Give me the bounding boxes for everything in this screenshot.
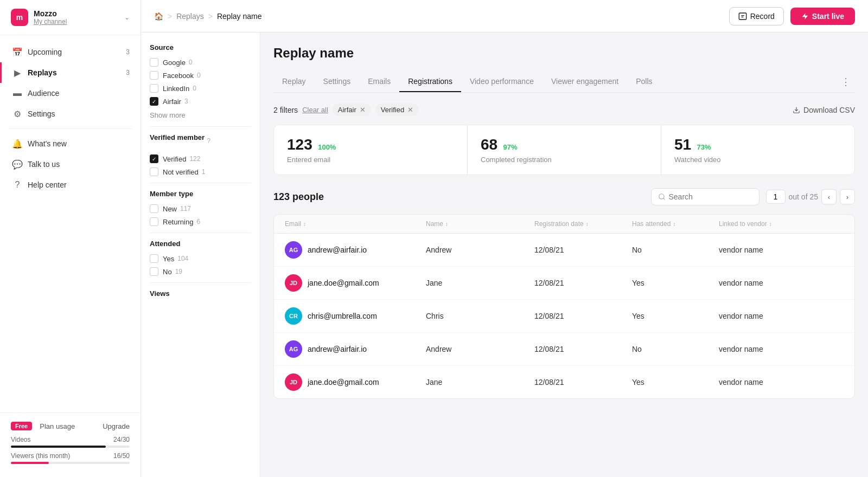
table-row[interactable]: JDjane.doe@gmail.comJane12/08/21Yesvendo… (274, 267, 854, 300)
registrations-table: Email ↕ Name ↕ Registration date ↕ Has (273, 214, 855, 399)
tab-video-performance[interactable]: Video performance (461, 72, 542, 92)
filter-option[interactable]: Yes 104 (150, 254, 251, 263)
tab-registrations[interactable]: Registrations (399, 72, 461, 92)
sidebar-label-replays: Replays (28, 68, 57, 77)
stat-label-3: Watched video (674, 156, 841, 164)
upgrade-button[interactable]: Upgrade (103, 422, 130, 430)
email-text: jane.doe@gmail.com (308, 279, 379, 287)
filters-bar: 2 filters Clear all Airfair ✕ Verified ✕ (273, 104, 855, 116)
filter-option-label: Not verified 1 (163, 168, 251, 176)
sidebar-item-replays[interactable]: ▶ Replays 3 (0, 62, 141, 83)
sidebar-item-help-center[interactable]: ? Help center (0, 175, 141, 195)
start-live-button[interactable]: Start live (790, 8, 855, 25)
record-button[interactable]: Record (729, 7, 784, 25)
filter-option[interactable]: No 19 (150, 267, 251, 276)
sidebar-item-upcoming[interactable]: 📅 Upcoming 3 (0, 42, 141, 62)
checkbox[interactable] (150, 71, 158, 80)
table-row[interactable]: CRchris@umbrella.comChris12/08/21Yesvend… (274, 300, 854, 333)
sidebar-item-whats-new[interactable]: 🔔 What's new (0, 133, 141, 154)
tab-polls[interactable]: Polls (627, 72, 661, 92)
filter-option-count: 19 (175, 268, 182, 275)
show-more-button[interactable]: Show more (150, 111, 186, 119)
videos-usage-label: Videos 24/30 (11, 436, 130, 443)
page-prev-button[interactable]: ‹ (821, 189, 837, 204)
checkbox[interactable] (150, 254, 158, 263)
stat-completed-reg: 68 97% Completed registration (468, 125, 661, 175)
channel-link[interactable]: My channel (34, 18, 67, 25)
breadcrumb-sep-1: > (168, 12, 172, 21)
videos-usage-bar (11, 446, 130, 448)
filter-option[interactable]: Verified 122 (150, 154, 251, 163)
sidebar-label-talk-to-us: Talk to us (28, 160, 60, 169)
page-next-button[interactable]: › (840, 189, 855, 204)
tab-settings[interactable]: Settings (315, 72, 360, 92)
sidebar: m Mozzo My channel ⌄ 📅 Upcoming 3 ▶ Repl… (0, 0, 141, 477)
checkbox[interactable] (150, 58, 158, 67)
col-name[interactable]: Name ↕ (426, 220, 534, 228)
checkbox[interactable] (150, 267, 158, 276)
table-row[interactable]: AGandrew@airfair.ioAndrew12/08/21Novendo… (274, 234, 854, 267)
topbar-actions: Record Start live (729, 7, 855, 25)
filter-option[interactable]: Facebook 0 (150, 71, 251, 80)
filter-option-label: Yes 104 (163, 255, 251, 263)
col-attended[interactable]: Has attended ↕ (632, 220, 719, 228)
cell-email: JDjane.doe@gmail.com (285, 373, 426, 391)
filter-option[interactable]: LinkedIn 0 (150, 84, 251, 93)
filter-option[interactable]: Returning 6 (150, 217, 251, 226)
checkbox[interactable] (150, 154, 158, 163)
col-email[interactable]: Email ↕ (285, 220, 426, 228)
checkbox[interactable] (150, 204, 158, 213)
filter-option-count: 0 (189, 59, 193, 66)
verified-help-icon[interactable]: ? (207, 137, 210, 145)
body-container: Source Google 0Facebook 0LinkedIn 0Airfa… (141, 33, 868, 477)
tabs-more-icon[interactable]: ⋮ (837, 76, 855, 88)
settings-icon: ⚙ (12, 109, 22, 119)
topbar: 🏠 > Replays > Replay name Record Start l… (141, 0, 868, 33)
filter-option[interactable]: Not verified 1 (150, 167, 251, 176)
clear-all-button[interactable]: Clear all (302, 106, 328, 114)
search-input[interactable] (669, 192, 745, 201)
filter-chip-verified-remove[interactable]: ✕ (407, 106, 413, 114)
filter-option-count: 104 (177, 255, 188, 262)
filter-option-count: 122 (189, 155, 200, 163)
filter-option-label: LinkedIn 0 (163, 85, 251, 93)
checkbox[interactable] (150, 217, 158, 226)
sidebar-item-settings[interactable]: ⚙ Settings (0, 104, 141, 124)
replays-badge: 3 (126, 69, 130, 76)
filter-option[interactable]: Airfair 3 (150, 97, 251, 106)
sort-icon-attended: ↕ (673, 221, 675, 227)
breadcrumb-replays[interactable]: Replays (176, 12, 204, 21)
table-row[interactable]: JDjane.doe@gmail.comJane12/08/21Yesvendo… (274, 366, 854, 398)
plan-usage-section: Free Plan usage Upgrade Videos 24/30 Vie… (0, 412, 141, 477)
tab-replay[interactable]: Replay (273, 72, 315, 92)
sidebar-label-whats-new: What's new (28, 139, 67, 148)
filter-option[interactable]: New 117 (150, 204, 251, 213)
filter-option-label: Google 0 (163, 59, 251, 67)
checkbox[interactable] (150, 167, 158, 176)
filter-option-count: 3 (184, 98, 188, 105)
checkbox[interactable] (150, 84, 158, 93)
download-csv-button[interactable]: Download CSV (793, 106, 855, 114)
table-row[interactable]: AGandrew@airfair.ioAndrew12/08/21Novendo… (274, 333, 854, 366)
sort-icon-email: ↕ (303, 221, 306, 227)
col-vendor[interactable]: Linked to vendor ↕ (719, 220, 844, 228)
tab-viewer-engagement[interactable]: Viewer engagement (542, 72, 627, 92)
content-inner: Replay name Replay Settings Emails Regis… (260, 33, 868, 477)
chevron-down-icon[interactable]: ⌄ (124, 14, 130, 21)
avatar: AG (285, 241, 302, 259)
source-title: Source (150, 43, 251, 51)
checkbox[interactable] (150, 97, 158, 106)
sidebar-item-talk-to-us[interactable]: 💬 Talk to us (0, 154, 141, 175)
cell-reg-date: 12/08/21 (534, 246, 632, 254)
home-icon[interactable]: 🏠 (154, 12, 163, 21)
search-box[interactable] (651, 188, 760, 205)
sidebar-item-audience[interactable]: ▬ Audience (0, 83, 141, 104)
record-icon (738, 12, 747, 21)
filter-option[interactable]: Google 0 (150, 58, 251, 67)
filter-option-label: Verified 122 (163, 155, 251, 163)
verified-title: Verified member (150, 133, 205, 141)
page-number-input[interactable] (766, 190, 786, 204)
tab-emails[interactable]: Emails (359, 72, 399, 92)
filter-chip-airfair-remove[interactable]: ✕ (360, 106, 366, 114)
col-reg-date[interactable]: Registration date ↕ (534, 220, 632, 228)
